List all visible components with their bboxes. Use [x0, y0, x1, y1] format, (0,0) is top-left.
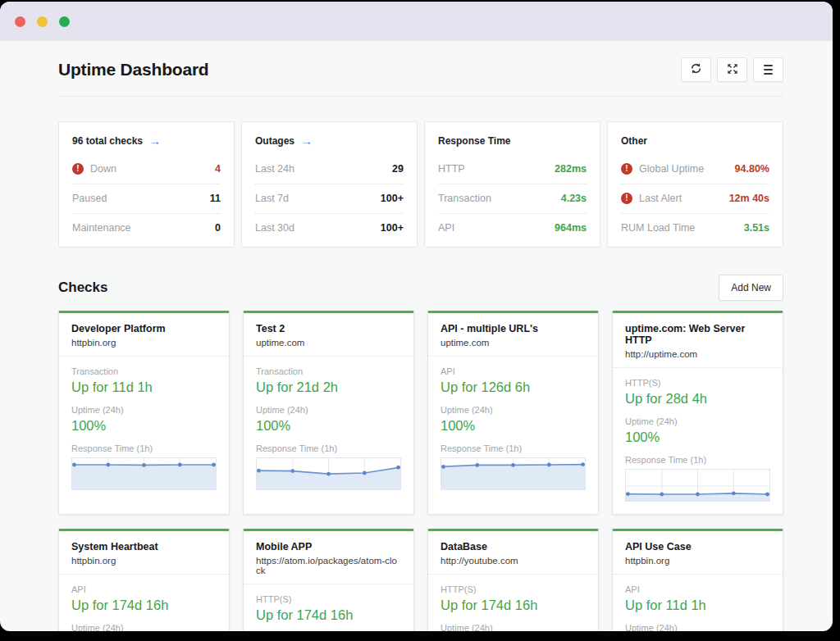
check-card-header: API Use Casehttpbin.org — [613, 531, 783, 575]
stat-panel-title: Other — [621, 134, 769, 152]
check-response-label: Response Time (1h) — [71, 443, 217, 453]
response-time-chart — [441, 457, 586, 490]
stat-rows: HTTP282msTransaction4.23sAPI964ms — [438, 155, 587, 243]
arrow-right-icon: → — [301, 135, 313, 147]
stat-row-label-text: Maintenance — [72, 222, 131, 234]
check-card-header: API - multiple URL'suptime.com — [428, 313, 598, 357]
check-uptime-duration: Up for 174d 16h — [256, 607, 401, 623]
stat-row-label-text: RUM Load Time — [621, 222, 695, 234]
app-window: Uptime Dashboard — [0, 2, 833, 631]
stat-row-label: Last 30d — [255, 222, 294, 234]
check-type-label: HTTP(S) — [441, 584, 586, 594]
check-uptime-label: Uptime (24h) — [441, 623, 586, 631]
stat-row-value: 29 — [392, 163, 404, 175]
close-button[interactable] — [15, 16, 25, 27]
header-actions — [681, 57, 783, 82]
check-type-label: API — [441, 366, 586, 376]
stat-rows: !Down4Paused11Maintenance0 — [72, 155, 221, 243]
check-response-label: Response Time (1h) — [625, 455, 770, 465]
stat-row-label-text: Last Alert — [639, 193, 682, 204]
expand-icon — [727, 63, 738, 77]
check-uptime-duration: Up for 21d 2h — [256, 380, 401, 395]
check-card-header: uptime.com: Web Server HTTPhttp://uptime… — [613, 313, 783, 368]
menu-button[interactable] — [753, 57, 783, 82]
check-uptime-duration: Up for 11d 1h — [625, 598, 770, 613]
check-name: System Heartbeat — [71, 541, 217, 552]
check-uptime-duration: Up for 174d 16h — [441, 598, 586, 613]
minimize-button[interactable] — [37, 16, 48, 27]
check-card[interactable]: API - multiple URL'suptime.comAPIUp for … — [427, 311, 599, 515]
check-name: API - multiple URL's — [441, 323, 586, 334]
check-type-label: HTTP(S) — [256, 594, 401, 604]
stat-row-label-text: Last 7d — [255, 193, 289, 204]
check-type-label: Transaction — [71, 366, 217, 376]
checks-section-title: Checks — [58, 280, 107, 296]
stat-row-label: Last 24h — [255, 163, 294, 175]
check-type-label: Transaction — [256, 366, 401, 376]
refresh-button[interactable] — [681, 57, 711, 82]
check-card[interactable]: uptime.com: Web Server HTTPhttp://uptime… — [612, 311, 783, 515]
alert-icon: ! — [621, 163, 632, 175]
stat-row-label: API — [438, 222, 454, 234]
stat-row-label-text: Down — [90, 163, 116, 175]
stat-row-label: Last 7d — [255, 193, 289, 204]
stat-rows: !Global Uptime94.80%!Last Alert12m 40sRU… — [621, 155, 769, 243]
check-card-header: Developer Platformhttpbin.org — [59, 313, 229, 357]
check-card[interactable]: API Use Casehttpbin.orgAPIUp for 11d 1hU… — [612, 529, 783, 631]
menu-icon — [764, 65, 773, 75]
check-response-label: Response Time (1h) — [256, 443, 401, 453]
stat-row-label-text: Last 24h — [255, 163, 294, 175]
check-uptime-percent: 100% — [256, 418, 401, 434]
stat-panel-title-text: Outages — [255, 135, 294, 147]
check-card-body: TransactionUp for 11d 1hUptime (24h)100%… — [59, 357, 229, 502]
stat-row-label: Maintenance — [72, 222, 131, 234]
dashboard-content: Uptime Dashboard — [0, 41, 833, 631]
check-card-body: HTTP(S)Up for 28d 4hUptime (24h)100%Resp… — [613, 368, 783, 514]
stat-row: API964ms — [438, 214, 587, 243]
stat-panel-3: Other!Global Uptime94.80%!Last Alert12m … — [607, 121, 783, 248]
page-title: Uptime Dashboard — [58, 60, 209, 80]
stat-row: !Down4 — [72, 155, 221, 184]
zoom-button[interactable] — [59, 16, 70, 27]
check-card[interactable]: Developer Platformhttpbin.orgTransaction… — [58, 311, 230, 515]
check-response-label: Response Time (1h) — [441, 443, 586, 453]
check-card-body: APIUp for 126d 6hUptime (24h)100%Respons… — [428, 357, 598, 502]
stat-panel-title-text: 96 total checks — [72, 135, 143, 147]
check-card-body: APIUp for 174d 16hUptime (24h)100%Respon… — [59, 575, 229, 631]
arrow-right-icon: → — [149, 135, 161, 147]
stat-row: !Global Uptime94.80% — [621, 155, 769, 184]
check-name: Test 2 — [256, 323, 401, 334]
check-uptime-label: Uptime (24h) — [256, 405, 401, 415]
check-type-label: HTTP(S) — [625, 378, 770, 388]
add-new-button[interactable]: Add New — [719, 275, 783, 301]
stat-panel-title[interactable]: Outages→ — [255, 134, 404, 152]
stat-row-label: Transaction — [438, 193, 491, 204]
check-card[interactable]: System Heartbeathttpbin.orgAPIUp for 174… — [58, 529, 230, 631]
page-header: Uptime Dashboard — [58, 41, 783, 97]
check-url: httpbin.org — [71, 338, 217, 348]
stat-row-label-text: HTTP — [438, 163, 465, 175]
check-card[interactable]: Test 2uptime.comTransactionUp for 21d 2h… — [243, 311, 414, 515]
check-card[interactable]: DataBasehttp://youtube.comHTTP(S)Up for … — [427, 529, 599, 631]
stat-row-label-text: Transaction — [438, 193, 491, 204]
stat-row: RUM Load Time3.51s — [621, 214, 769, 243]
stat-row-value: 100+ — [381, 222, 404, 234]
stat-row-value: 282ms — [555, 163, 587, 175]
stat-row-value: 964ms — [555, 222, 587, 234]
check-name: uptime.com: Web Server HTTP — [625, 323, 770, 346]
check-uptime-label: Uptime (24h) — [625, 623, 770, 631]
stat-row: Last 7d100+ — [255, 184, 404, 214]
expand-button[interactable] — [717, 57, 747, 82]
check-card-body: HTTP(S)Up for 174d 16hUptime (24h)100%Re… — [244, 584, 413, 631]
stat-panel-title-text: Other — [621, 135, 647, 147]
check-name: Developer Platform — [71, 323, 217, 334]
check-card[interactable]: Mobile APPhttps://atom.io/packages/atom-… — [243, 529, 414, 631]
stat-row: Paused11 — [72, 184, 221, 214]
stat-row-label-text: Global Uptime — [639, 163, 704, 175]
check-uptime-duration: Up for 126d 6h — [441, 380, 586, 395]
stat-panel-title[interactable]: 96 total checks→ — [72, 134, 221, 152]
stat-row-label: !Down — [72, 163, 116, 175]
response-time-chart — [625, 469, 770, 502]
check-uptime-duration: Up for 11d 1h — [71, 380, 217, 395]
stat-row-label-text: Paused — [72, 193, 107, 204]
